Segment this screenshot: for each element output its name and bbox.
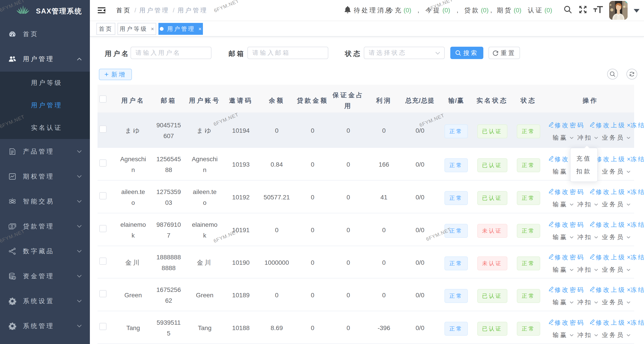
svg-text:$: $ (13, 276, 15, 279)
